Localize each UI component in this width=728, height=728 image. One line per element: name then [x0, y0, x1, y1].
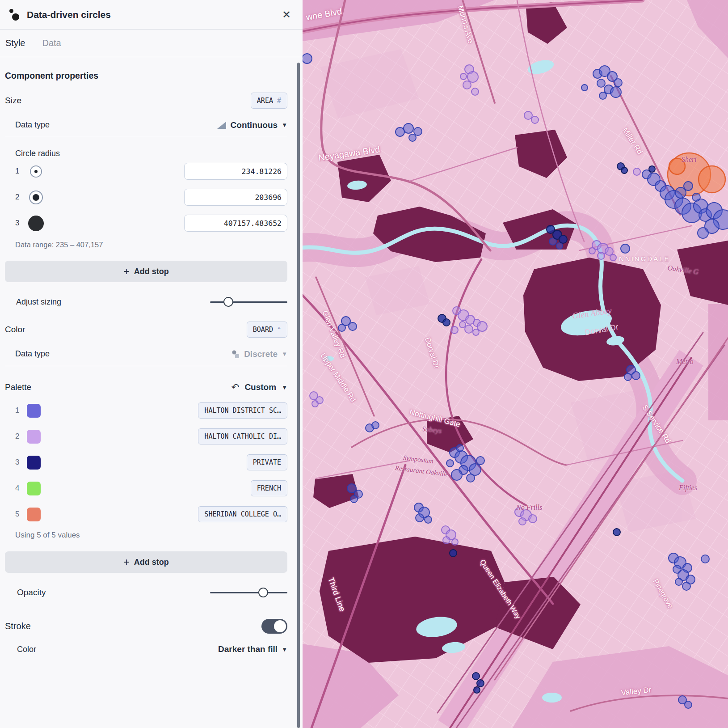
- radius-stop-input-3[interactable]: [184, 215, 287, 232]
- large-circle-icon: [27, 216, 45, 231]
- add-stop-label: Add stop: [134, 267, 169, 276]
- map-canvas[interactable]: wne Blvd Munn's Ave Sheri Miller Rd Neya…: [303, 0, 728, 728]
- stroke-color-label: Color: [17, 645, 36, 654]
- add-stop-label: Add stop: [134, 558, 169, 567]
- palette-row: 1 HALTON DISTRICT SC…: [5, 398, 287, 423]
- tab-data[interactable]: Data: [42, 38, 61, 48]
- discrete-shapes-icon: [231, 350, 240, 358]
- palette-index: 2: [15, 432, 27, 441]
- palette-value-chip[interactable]: HALTON CATHOLIC DI…: [198, 428, 287, 444]
- palette-row: 2 HALTON CATHOLIC DI…: [5, 423, 287, 449]
- palette-value-chip[interactable]: SHERIDAN COLLEGE O…: [198, 506, 287, 522]
- panel-tabs: Style Data: [0, 30, 303, 57]
- tab-style[interactable]: Style: [5, 38, 25, 48]
- color-swatch[interactable]: [27, 508, 41, 521]
- palette-mode-dropdown[interactable]: ↶ Custom ▼: [231, 382, 287, 393]
- color-attribute-value: BOARD: [253, 326, 273, 334]
- chevron-down-icon: ▼: [282, 351, 287, 357]
- plus-icon: +: [123, 266, 129, 278]
- color-swatch[interactable]: [27, 456, 41, 470]
- chevron-down-icon: ▼: [282, 122, 287, 128]
- radius-stop-input-1[interactable]: [184, 163, 287, 180]
- plus-icon: +: [123, 556, 129, 568]
- stroke-color-value: Darker than fill: [218, 644, 278, 654]
- medium-circle-icon: [27, 190, 45, 204]
- adjust-sizing-label: Adjust sizing: [16, 297, 61, 307]
- close-icon[interactable]: ✕: [278, 7, 295, 23]
- palette-index: 3: [15, 458, 27, 467]
- small-circle-icon: [27, 165, 45, 178]
- palette-label: Palette: [5, 382, 31, 392]
- palette-row: 4 FRENCH: [5, 475, 287, 501]
- color-swatch[interactable]: [27, 430, 41, 444]
- color-data-type-label: Data type: [15, 349, 50, 359]
- color-data-type-dropdown[interactable]: Discrete ▼: [231, 349, 287, 359]
- number-type-icon: #: [277, 97, 281, 105]
- app-window: Data-driven circles ✕ Style Data Compone…: [0, 0, 728, 728]
- palette-mode-value: Custom: [244, 382, 276, 392]
- opacity-slider[interactable]: [210, 587, 287, 598]
- add-stop-button[interactable]: + Add stop: [5, 551, 287, 573]
- color-data-type-value: Discrete: [244, 349, 278, 359]
- undo-icon[interactable]: ↶: [231, 382, 240, 393]
- size-label: Size: [5, 96, 21, 106]
- stop-index: 1: [15, 167, 27, 176]
- continuous-ramp-icon: [217, 121, 227, 129]
- chevron-down-icon: ▼: [282, 384, 287, 391]
- palette-value-chip[interactable]: PRIVATE: [247, 454, 287, 470]
- text-type-icon: ❝: [277, 326, 281, 334]
- adjust-sizing-slider[interactable]: [210, 296, 287, 307]
- palette-index: 1: [15, 406, 27, 415]
- section-heading: Component properties: [5, 71, 287, 81]
- palette-value: HALTON DISTRICT SC…: [204, 406, 281, 415]
- palette-value: FRENCH: [257, 484, 281, 492]
- stroke-toggle[interactable]: [261, 619, 287, 634]
- palette-value: SHERIDAN COLLEGE O…: [204, 510, 281, 518]
- palette-value-chip[interactable]: HALTON DISTRICT SC…: [198, 402, 287, 419]
- data-range-text: Data range: 235 – 407,157: [5, 241, 287, 249]
- size-attribute-chip[interactable]: AREA #: [251, 93, 287, 109]
- panel-content: Component properties Size AREA # Data ty…: [0, 71, 303, 660]
- palette-index: 5: [15, 510, 27, 519]
- radius-stop-input-2[interactable]: [184, 189, 287, 206]
- size-data-type-value: Continuous: [231, 120, 278, 130]
- circle-radius-label: Circle radius: [5, 149, 287, 158]
- stop-index: 3: [15, 219, 27, 228]
- palette-row: 5 SHERIDAN COLLEGE O…: [5, 501, 287, 527]
- slider-thumb[interactable]: [223, 297, 233, 307]
- size-data-type-label: Data type: [15, 120, 50, 130]
- color-swatch[interactable]: [27, 404, 41, 418]
- circles-layer-icon: [8, 8, 21, 21]
- stop-index: 2: [15, 193, 27, 202]
- style-panel: Data-driven circles ✕ Style Data Compone…: [0, 0, 303, 728]
- panel-header: Data-driven circles ✕: [0, 0, 303, 30]
- panel-scrollbar[interactable]: [297, 63, 300, 728]
- palette-row: 3 PRIVATE: [5, 449, 287, 475]
- color-swatch[interactable]: [27, 482, 41, 495]
- color-label: Color: [5, 325, 25, 334]
- size-data-type-dropdown[interactable]: Continuous ▼: [217, 120, 287, 130]
- palette-value: HALTON CATHOLIC DI…: [204, 432, 281, 440]
- palette-index: 4: [15, 484, 27, 493]
- stroke-label: Stroke: [5, 621, 31, 631]
- map-graphics: [303, 0, 728, 728]
- stroke-color-dropdown[interactable]: Darker than fill ▼: [218, 644, 287, 654]
- radius-stop-row: 3: [5, 210, 287, 236]
- size-attribute-value: AREA: [257, 97, 273, 105]
- palette-value: PRIVATE: [253, 458, 281, 466]
- chevron-down-icon: ▼: [282, 646, 287, 653]
- slider-thumb[interactable]: [258, 588, 268, 597]
- radius-stop-row: 2: [5, 184, 287, 210]
- radius-stop-row: 1: [5, 158, 287, 184]
- color-attribute-chip[interactable]: BOARD ❝: [247, 322, 287, 338]
- panel-title: Data-driven circles: [27, 9, 278, 20]
- palette-usage-text: Using 5 of 5 values: [5, 531, 287, 540]
- opacity-label: Opacity: [17, 588, 46, 597]
- add-stop-button[interactable]: + Add stop: [5, 261, 287, 282]
- palette-value-chip[interactable]: FRENCH: [251, 480, 287, 496]
